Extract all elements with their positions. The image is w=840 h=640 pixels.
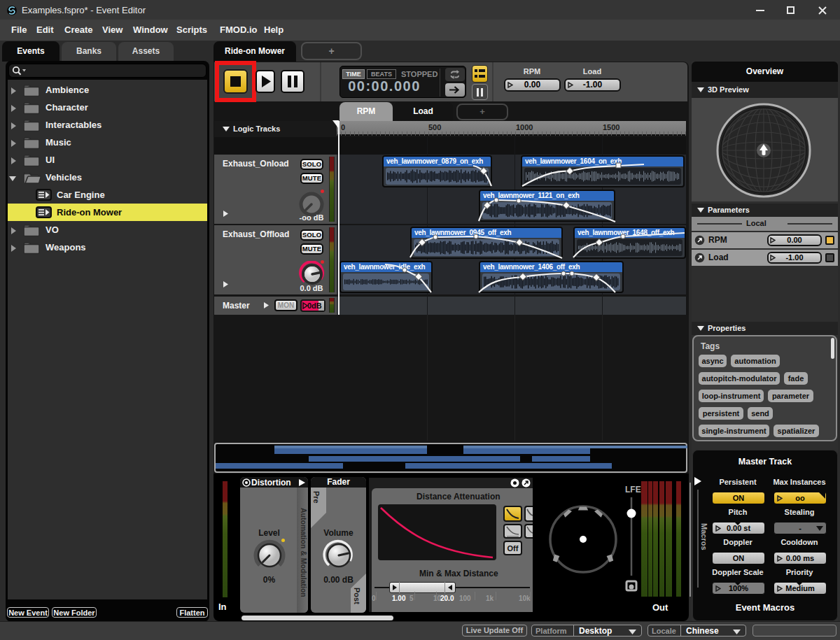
svg-text:LFE: LFE <box>625 485 641 495</box>
